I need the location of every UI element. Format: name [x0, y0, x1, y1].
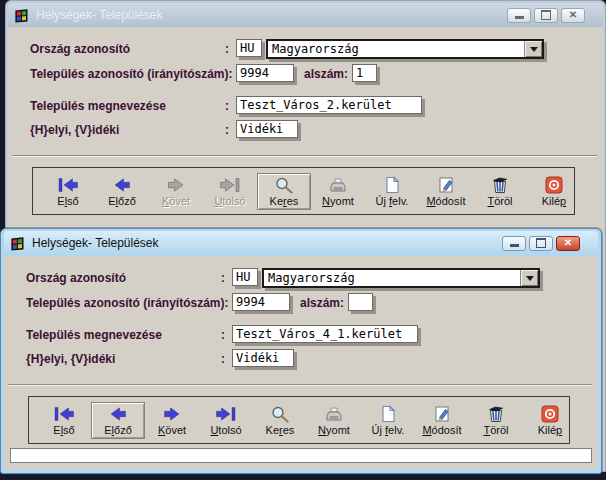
close-button[interactable]: ✕ — [561, 8, 585, 23]
minimize-button[interactable] — [507, 8, 531, 23]
prev-button[interactable]: Előző — [91, 402, 145, 439]
toolbar: ElsőElőzőKövetUtolsóKeresNyomtÚj felv.Mó… — [32, 167, 575, 215]
subnumber-label: alszám: — [300, 296, 344, 310]
settlement-type-label: {H}elyi, {V}idéki — [26, 352, 115, 366]
first-button[interactable]: Első — [37, 402, 91, 439]
modify-button[interactable]: Módosít — [419, 173, 473, 210]
settlement-name-label: Település megnevezése — [30, 99, 166, 113]
delete-button[interactable]: Töröl — [469, 402, 523, 439]
country-select-value: Magyarország — [264, 270, 520, 286]
dropdown-button[interactable] — [520, 270, 538, 286]
colon: : — [221, 352, 225, 366]
country-code-input[interactable] — [232, 268, 258, 286]
status-bar — [10, 448, 592, 463]
last-label: Utolsó — [214, 195, 245, 207]
subnumber-input[interactable] — [348, 293, 373, 311]
last-icon — [218, 176, 242, 194]
modify-label: Módosít — [426, 195, 465, 207]
settlement-type-input[interactable] — [236, 120, 298, 138]
exit-label: Kilép — [542, 195, 566, 207]
chevron-down-icon — [530, 47, 538, 52]
search-icon — [272, 176, 296, 194]
country-label: Ország azonosító — [26, 271, 126, 285]
settlement-id-label: Település azonosító (irányítószám): — [26, 296, 228, 310]
print-label: Nyomt — [322, 195, 354, 207]
windows-flag-icon — [14, 7, 31, 23]
desktop: Helységek- Települések ✕ Ország azonosít… — [0, 0, 606, 480]
windows-flag-icon — [10, 235, 27, 251]
close-button[interactable]: ✕ — [556, 236, 580, 251]
last-label: Utolsó — [210, 424, 241, 436]
titlebar[interactable]: Helységek- Települések ✕ — [4, 231, 598, 255]
toolbar: ElsőElőzőKövetUtolsóKeresNyomtÚj felv.Mó… — [28, 396, 570, 444]
next-icon — [160, 405, 184, 423]
exit-button[interactable]: Kilép — [523, 402, 577, 439]
settlement-name-input[interactable] — [236, 96, 422, 114]
close-icon: ✕ — [564, 238, 572, 248]
last-button[interactable]: Utolsó — [199, 402, 253, 439]
delete-label: Töröl — [483, 424, 508, 436]
print-button[interactable]: Nyomt — [307, 402, 361, 439]
colon: : — [221, 271, 225, 285]
modify-label: Módosít — [422, 424, 461, 436]
first-button[interactable]: Első — [41, 173, 95, 210]
new-record-label: Új felv. — [376, 195, 409, 207]
print-icon — [326, 176, 350, 194]
delete-button[interactable]: Töröl — [473, 173, 527, 210]
last-button: Utolsó — [203, 173, 257, 210]
next-button[interactable]: Követ — [145, 402, 199, 439]
country-select[interactable]: Magyarország — [266, 39, 544, 59]
maximize-icon — [541, 10, 551, 20]
print-button[interactable]: Nyomt — [311, 173, 365, 210]
subnumber-label: alszám: — [304, 67, 348, 81]
exit-button[interactable]: Kilép — [527, 173, 581, 210]
chevron-down-icon — [526, 276, 534, 281]
delete-label: Töröl — [487, 195, 512, 207]
new-record-button[interactable]: Új felv. — [361, 402, 415, 439]
settlement-type-input[interactable] — [232, 349, 294, 367]
settlement-name-input[interactable] — [232, 325, 418, 343]
prev-button[interactable]: Előző — [95, 173, 149, 210]
maximize-button[interactable] — [529, 236, 553, 251]
window-settlements-active: Helységek- Települések ✕ Ország azonosít… — [0, 228, 602, 474]
postal-code-input[interactable] — [236, 64, 294, 82]
minimize-icon — [510, 244, 519, 247]
first-label: Első — [57, 195, 78, 207]
exit-icon — [538, 405, 562, 423]
colon: : — [225, 42, 229, 56]
prev-icon — [110, 176, 134, 194]
search-label: Keres — [270, 195, 299, 207]
exit-label: Kilép — [538, 424, 562, 436]
titlebar[interactable]: Helységek- Települések ✕ — [8, 3, 603, 27]
maximize-button[interactable] — [534, 8, 558, 23]
exit-icon — [542, 176, 566, 194]
postal-code-input[interactable] — [232, 293, 290, 311]
colon: : — [225, 123, 229, 137]
first-label: Első — [53, 424, 74, 436]
last-icon — [214, 405, 238, 423]
dropdown-button[interactable] — [524, 41, 542, 57]
search-button[interactable]: Keres — [253, 402, 307, 439]
subnumber-input[interactable] — [352, 64, 377, 82]
prev-label: Előző — [108, 195, 136, 207]
edit-icon — [430, 405, 454, 423]
prev-icon — [106, 405, 130, 423]
search-icon — [268, 405, 292, 423]
next-button: Követ — [149, 173, 203, 210]
country-code-input[interactable] — [236, 39, 262, 57]
country-select[interactable]: Magyarország — [262, 268, 540, 288]
new-doc-icon — [376, 405, 400, 423]
modify-button[interactable]: Módosít — [415, 402, 469, 439]
new-doc-icon — [380, 176, 404, 194]
new-record-button[interactable]: Új felv. — [365, 173, 419, 210]
window-title: Helységek- Települések — [36, 8, 507, 22]
first-icon — [56, 176, 80, 194]
new-record-label: Új felv. — [372, 424, 405, 436]
settlement-id-label: Település azonosító (irányítószám): — [30, 67, 232, 81]
prev-label: Előző — [104, 424, 132, 436]
search-button[interactable]: Keres — [257, 173, 311, 210]
country-label: Ország azonosító — [30, 42, 130, 56]
print-icon — [322, 405, 346, 423]
next-icon — [164, 176, 188, 194]
minimize-button[interactable] — [502, 236, 526, 251]
